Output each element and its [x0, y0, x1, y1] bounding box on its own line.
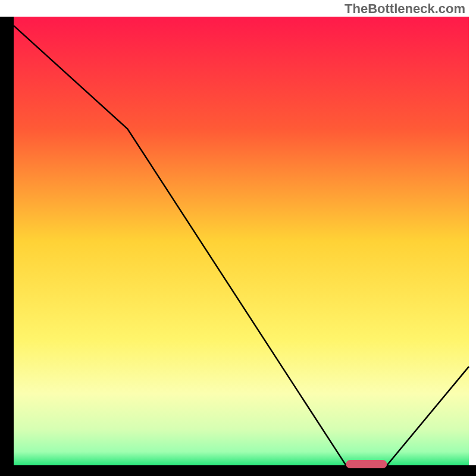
svg-rect-1 [0, 465, 476, 476]
chart-marker [346, 460, 387, 468]
chart-svg [0, 0, 476, 476]
watermark-text: TheBottleneck.com [345, 1, 465, 17]
plot-background [14, 17, 469, 465]
svg-rect-0 [0, 17, 14, 476]
chart-container: TheBottleneck.com [0, 0, 476, 476]
